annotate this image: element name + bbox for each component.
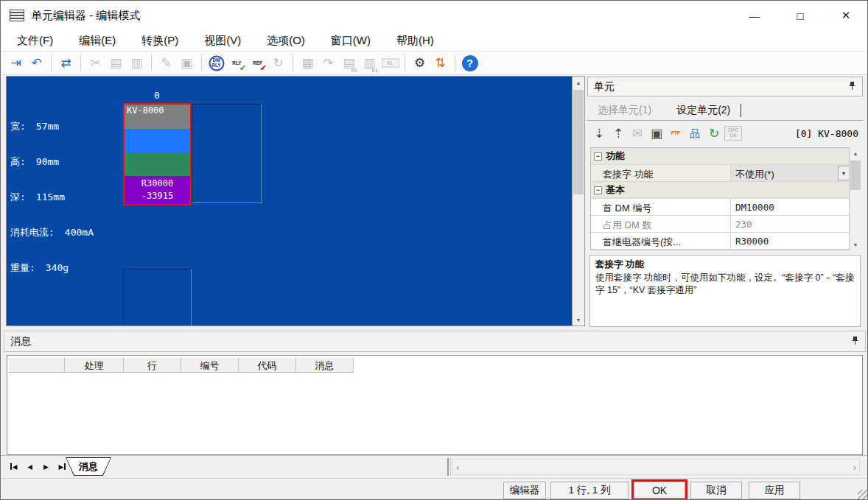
toolbar-separator	[201, 55, 202, 71]
unit-panel-toolbar: ⇣ ⇡ ✉ ▣ FTP 品 ↻ OPC UA [0] KV-8000	[587, 122, 863, 144]
save-unit-icon[interactable]: ⇅	[431, 54, 449, 72]
column-code[interactable]: 代码	[239, 357, 296, 373]
horizontal-scrollbar[interactable]: ‹ ›	[452, 459, 860, 475]
close-button[interactable]: ✕	[823, 1, 868, 30]
collapse-expander-icon[interactable]: −	[594, 186, 602, 194]
apply-button[interactable]: 应用	[749, 482, 800, 499]
unit-panel-header: 单元	[587, 77, 863, 96]
menu-view[interactable]: 视图(V)	[201, 32, 244, 49]
tab-select-unit[interactable]: 选择单元(1)	[598, 104, 651, 117]
minimize-button[interactable]: —	[732, 1, 777, 30]
last-tab-icon[interactable]: ▶	[55, 459, 69, 473]
column-number[interactable]: 编号	[181, 357, 239, 373]
empty-slot[interactable]	[123, 269, 192, 325]
paste-icon[interactable]: ▥	[127, 54, 146, 72]
opc-ua-icon[interactable]: OPC UA	[724, 124, 742, 142]
property-group-row[interactable]: − 功能	[591, 148, 850, 165]
description-title: 套接字 功能	[595, 258, 855, 272]
message-panel-header: 消息	[4, 331, 866, 352]
expand-all-icon[interactable]: ⇣	[590, 124, 608, 142]
kl-paste-icon[interactable]: ▥KL	[360, 54, 379, 72]
import-unit-icon[interactable]: ⇥	[7, 54, 25, 72]
column-blank[interactable]	[9, 357, 65, 373]
unit-sync-icon[interactable]: ↻	[705, 124, 723, 142]
unit-view-icon[interactable]: ▣	[178, 54, 196, 72]
dm-number-value[interactable]: DM10000	[731, 199, 850, 215]
scrollbar-thumb[interactable]	[573, 90, 584, 194]
selected-unit-label: [0] KV-8000	[795, 128, 863, 139]
pin-icon[interactable]	[851, 336, 859, 348]
tab-setup-unit[interactable]: 设定单元(2)	[676, 104, 741, 117]
copy-icon[interactable]: ▤	[107, 54, 125, 72]
scroll-down-icon[interactable]: ▼	[850, 239, 861, 250]
unit-section-blue	[125, 129, 190, 153]
property-group-row[interactable]: − 基本	[591, 182, 850, 199]
menu-help[interactable]: 帮助(H)	[393, 32, 437, 49]
dm-rly-convert-icon[interactable]: DM RLY	[207, 54, 225, 72]
toolbar-separator	[80, 55, 81, 71]
property-row-socket[interactable]: 套接字 功能 不使用(*) ▼	[591, 165, 850, 182]
menu-options[interactable]: 选项(O)	[264, 32, 308, 49]
socket-function-select[interactable]: 不使用(*) ▼	[731, 165, 850, 181]
toolbar-separator	[405, 55, 405, 71]
scroll-up-icon[interactable]: ▲	[573, 77, 584, 88]
relay-number-value[interactable]: R30000	[731, 233, 850, 249]
cut-icon[interactable]: ✂	[86, 54, 105, 72]
ref-check-icon[interactable]: REF✔	[248, 54, 267, 72]
kl-setting-icon[interactable]: KL	[381, 54, 399, 72]
resize-grip[interactable]	[858, 490, 868, 500]
mail-icon[interactable]: ✉	[629, 124, 646, 142]
pin-icon[interactable]	[848, 81, 856, 93]
toolbar-separator	[455, 55, 455, 71]
rly-check-icon[interactable]: RLY✔	[228, 54, 246, 72]
unit-mount-icon[interactable]: ▦	[298, 54, 317, 72]
next-tab-icon[interactable]: ▶	[39, 459, 53, 473]
menu-window[interactable]: 窗口(W)	[328, 32, 374, 49]
undo-unit-icon[interactable]: ↶	[27, 54, 46, 72]
property-row-dm-count[interactable]: 占用 DM 数 230	[591, 216, 850, 233]
collapse-set-icon[interactable]: ⇡	[609, 124, 627, 142]
scroll-up-icon[interactable]: ▲	[850, 147, 861, 159]
wrench-icon[interactable]: ⚙	[410, 54, 429, 72]
scroll-down-icon[interactable]: ▼	[573, 314, 584, 325]
sheet-tab-bar: ◀ ◀ ▶ ▶ 消息 ‹ ›	[1, 455, 868, 478]
ok-button[interactable]: OK	[634, 482, 685, 499]
kl-copy-icon[interactable]: ▤KL	[340, 54, 358, 72]
message-table-header: 处理 行 编号 代码 消息	[9, 357, 354, 373]
edit-icon[interactable]: ✎	[157, 54, 175, 72]
message-sheet-tab[interactable]: 消息	[66, 457, 111, 476]
canvas-vertical-scrollbar[interactable]: ▲ ▼	[573, 77, 584, 325]
prev-tab-icon[interactable]: ◀	[23, 459, 37, 473]
unit-section-green	[125, 153, 190, 176]
menu-convert[interactable]: 转换(P)	[139, 32, 181, 49]
unit-replace-icon[interactable]: ↷	[319, 54, 337, 72]
scrollbar-thumb[interactable]	[850, 161, 861, 190]
column-message[interactable]: 消息	[296, 357, 354, 373]
unit-layout-canvas[interactable]: 宽:57mm 高:90mm 深:115mm 消耗电流:400mA 重量:340g…	[7, 77, 573, 325]
property-row-dm-number[interactable]: 首 DM 编号 DM10000	[591, 199, 850, 216]
menu-edit[interactable]: 编辑(E)	[76, 32, 119, 49]
maximize-button[interactable]: □	[777, 1, 823, 30]
help-icon[interactable]: ?	[461, 54, 479, 72]
grid-vertical-scrollbar[interactable]: ▲ ▼	[850, 147, 861, 250]
kv8000-unit-block[interactable]: KV-8000 R30000 -33915	[123, 103, 192, 205]
monitor-unit-icon[interactable]: ▣	[648, 124, 665, 142]
empty-slot[interactable]	[192, 104, 262, 203]
sync-off-icon[interactable]: ↻	[269, 54, 287, 72]
cancel-button[interactable]: 取消	[690, 482, 742, 499]
menu-file[interactable]: 文件(F)	[14, 32, 56, 49]
property-grid: − 功能 套接字 功能 不使用(*) ▼ − 基本 首 DM 编号 DM1000…	[590, 147, 850, 250]
first-tab-icon[interactable]: ◀	[7, 459, 21, 473]
property-row-relay-number[interactable]: 首继电器编号(按... R30000	[591, 233, 850, 250]
pane-splitter[interactable]	[447, 458, 451, 476]
unit-model-label: KV-8000	[125, 105, 190, 129]
collapse-expander-icon[interactable]: −	[594, 152, 602, 161]
network-icon[interactable]: 品	[686, 124, 704, 142]
combo-dropdown-icon[interactable]: ▼	[838, 166, 850, 180]
column-process[interactable]: 处理	[65, 357, 124, 373]
scroll-right-icon[interactable]: ›	[853, 462, 856, 473]
transfer-unit-icon[interactable]: ⇄	[57, 54, 75, 72]
ftp-icon[interactable]: FTP	[667, 124, 685, 142]
column-line[interactable]: 行	[124, 357, 181, 373]
scroll-left-icon[interactable]: ‹	[456, 462, 459, 473]
